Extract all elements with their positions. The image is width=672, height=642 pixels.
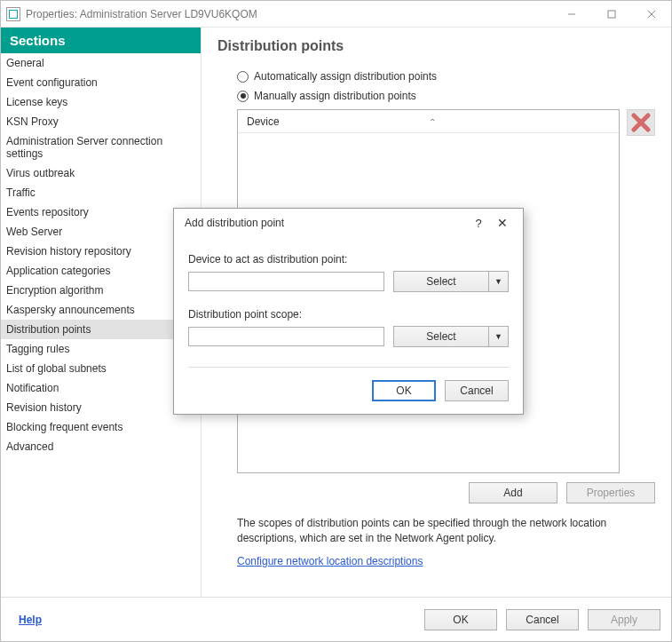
cancel-button[interactable]: Cancel (506, 609, 579, 630)
sidebar-item-web-server[interactable]: Web Server (1, 222, 201, 242)
ok-button[interactable]: OK (424, 609, 497, 630)
sidebar-item-label: Distribution points (6, 323, 91, 336)
sidebar-item-traffic[interactable]: Traffic (1, 183, 201, 202)
help-link[interactable]: Help (12, 614, 42, 626)
sidebar-item-label: Notification (6, 382, 59, 394)
sidebar-item-encryption-algorithm[interactable]: Encryption algorithm (1, 281, 201, 300)
radio-manual-row[interactable]: Manually assign distribution points (237, 90, 655, 102)
sidebar-item-events-repository[interactable]: Events repository (1, 202, 201, 222)
dialog-titlebar: Add distribution point ? ✕ (174, 209, 523, 237)
scope-select-button[interactable]: Select ▼ (393, 326, 509, 347)
sidebar-item-label: Events repository (6, 206, 89, 218)
sidebar-item-advanced[interactable]: Advanced (1, 437, 201, 456)
sidebar-item-revision-history[interactable]: Revision history (1, 398, 201, 417)
device-field-row: Select ▼ (188, 271, 509, 292)
radio-manual[interactable] (237, 91, 249, 102)
scope-field-label: Distribution point scope: (188, 308, 509, 321)
scope-hint: The scopes of distribution points can be… (237, 516, 654, 546)
device-field-input[interactable] (188, 272, 384, 291)
scope-select-label: Select (393, 326, 489, 347)
sidebar-item-label: Revision history (6, 401, 82, 414)
sidebar-item-label: Blocking frequent events (6, 421, 123, 433)
radio-manual-label: Manually assign distribution points (254, 90, 416, 102)
cancel-button-label: Cancel (526, 614, 558, 626)
sidebar-item-virus-outbreak[interactable]: Virus outbreak (1, 163, 201, 183)
titlebar: Properties: Administration Server LD9VU6… (1, 1, 671, 28)
sidebar-item-notification[interactable]: Notification (1, 378, 201, 398)
dialog-ok-button[interactable]: OK (372, 380, 436, 401)
chevron-down-icon[interactable]: ▼ (489, 326, 509, 347)
dialog-buttons: OK Cancel (188, 380, 509, 401)
ok-button-label: OK (453, 614, 468, 626)
dialog-ok-label: OK (396, 384, 411, 397)
sidebar-item-general[interactable]: General (1, 53, 201, 73)
add-button-label: Add (503, 487, 522, 499)
dialog-body: Device to act as distribution point: Sel… (174, 237, 523, 414)
maximize-button[interactable] (591, 1, 631, 28)
dialog-close-button[interactable]: ✕ (489, 216, 516, 230)
dialog-separator (188, 367, 509, 368)
chevron-down-icon[interactable]: ▼ (489, 271, 509, 292)
properties-button: Properties (566, 482, 655, 503)
dialog-help-button[interactable]: ? (468, 217, 489, 230)
sidebar-header: Sections (1, 28, 201, 53)
radio-auto-label: Automatically assign distribution points (254, 70, 437, 83)
sidebar-item-application-categories[interactable]: Application categories (1, 261, 201, 281)
sidebar-item-label: List of global subnets (6, 362, 107, 375)
footer: Help OK Cancel Apply (1, 597, 671, 641)
maximize-icon (607, 10, 616, 19)
window-controls (551, 1, 671, 28)
sidebar-item-label: Administration Server connection setting… (6, 135, 162, 160)
sidebar-list: GeneralEvent configurationLicense keysKS… (1, 53, 201, 456)
sidebar-item-tagging-rules[interactable]: Tagging rules (1, 339, 201, 359)
sidebar-item-label: KSN Proxy (6, 115, 59, 128)
add-button[interactable]: Add (469, 482, 557, 503)
remove-x-icon (631, 113, 651, 132)
configure-network-link[interactable]: Configure network location descriptions (237, 555, 423, 567)
sidebar-item-label: Advanced (6, 440, 53, 453)
properties-window: Properties: Administration Server LD9VU6… (0, 0, 672, 642)
radio-auto-row[interactable]: Automatically assign distribution points (237, 70, 655, 83)
device-select-button[interactable]: Select ▼ (393, 271, 509, 292)
radio-auto[interactable] (237, 71, 249, 83)
list-buttons: Add Properties (237, 482, 655, 503)
dialog-title: Add distribution point (185, 217, 284, 229)
sidebar-item-label: Kaspersky announcements (6, 304, 135, 316)
window-title: Properties: Administration Server LD9VU6… (26, 8, 257, 20)
sidebar-item-kaspersky-announcements[interactable]: Kaspersky announcements (1, 300, 201, 320)
close-button[interactable] (631, 1, 671, 28)
sidebar-item-label: License keys (6, 96, 67, 108)
sidebar-item-label: Revision history repository (6, 245, 131, 258)
sidebar-item-label: Virus outbreak (6, 167, 75, 179)
sidebar-item-label: Encryption algorithm (6, 284, 103, 297)
device-column-header[interactable]: Device ⌃ (238, 110, 619, 133)
dialog-cancel-button[interactable]: Cancel (445, 380, 509, 401)
app-icon (6, 7, 20, 21)
sidebar-item-label: Traffic (6, 186, 36, 199)
sidebar-item-license-keys[interactable]: License keys (1, 92, 201, 112)
scope-field-input[interactable] (188, 327, 384, 346)
sidebar-item-revision-history-repository[interactable]: Revision history repository (1, 242, 201, 261)
minimize-button[interactable] (551, 1, 591, 28)
device-column-label: Device (247, 115, 280, 128)
svg-rect-1 (608, 11, 615, 18)
sidebar-item-label: Application categories (6, 265, 110, 277)
apply-button-label: Apply (611, 614, 637, 626)
minimize-icon (567, 10, 576, 19)
device-field-label: Device to act as distribution point: (188, 253, 509, 266)
close-icon (647, 10, 656, 19)
sidebar-item-list-of-global-subnets[interactable]: List of global subnets (1, 359, 201, 378)
sidebar-item-blocking-frequent-events[interactable]: Blocking frequent events (1, 417, 201, 437)
sort-caret-icon: ⌃ (429, 117, 436, 127)
sidebar-item-administration-server-connection-settings[interactable]: Administration Server connection setting… (1, 131, 201, 163)
sidebar-item-event-configuration[interactable]: Event configuration (1, 73, 201, 92)
sidebar-item-distribution-points[interactable]: Distribution points (1, 320, 201, 339)
sidebar-item-label: Tagging rules (6, 343, 69, 355)
remove-button[interactable] (627, 109, 655, 136)
sidebar-item-label: Event configuration (6, 76, 98, 89)
scope-field-row: Select ▼ (188, 326, 509, 347)
dialog-cancel-label: Cancel (460, 384, 493, 397)
sidebar-item-label: General (6, 57, 44, 69)
sidebar-item-ksn-proxy[interactable]: KSN Proxy (1, 112, 201, 131)
properties-button-label: Properties (587, 487, 636, 499)
